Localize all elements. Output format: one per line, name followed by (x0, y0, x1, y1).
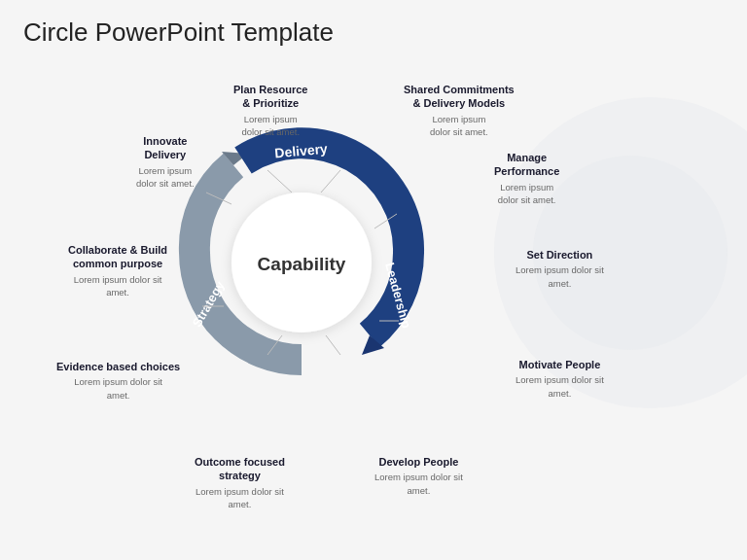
svg-text:Capability: Capability (258, 254, 346, 274)
main-diagram: Delivery Leadership Strategy Capability (175, 126, 428, 399)
page-title: Circle PowerPoint Template (23, 18, 334, 48)
svg-line-16 (326, 335, 340, 355)
svg-line-8 (321, 170, 340, 192)
svg-line-7 (267, 170, 292, 192)
